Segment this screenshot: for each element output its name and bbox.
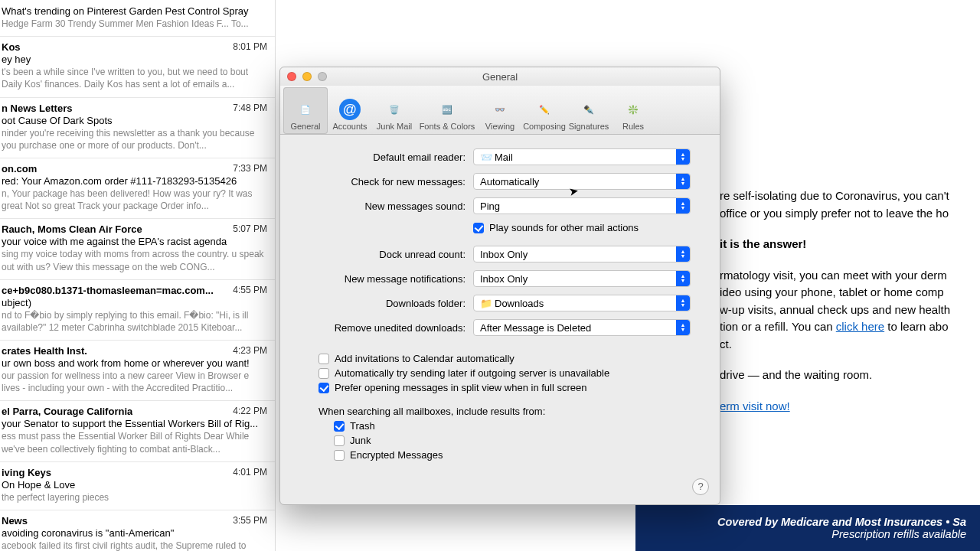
message-list[interactable]: What's trending on Pinterest Garden Pest… bbox=[0, 0, 276, 551]
tab-accounts[interactable]: @Accounts bbox=[328, 87, 372, 134]
search-section-label: When searching all mailboxes, include re… bbox=[318, 406, 691, 417]
preferences-window: General 📄General@Accounts🗑️Junk Mail🔤Fon… bbox=[279, 67, 720, 505]
zoom-icon[interactable] bbox=[318, 72, 327, 81]
tab-viewing[interactable]: 👓Viewing bbox=[478, 87, 522, 134]
minimize-icon[interactable] bbox=[302, 72, 312, 81]
junk-mail-icon: 🗑️ bbox=[383, 99, 406, 120]
tab-rules[interactable]: ❇️Rules bbox=[611, 87, 655, 134]
tab-composing[interactable]: ✏️Composing bbox=[522, 87, 567, 134]
search-trash-checkbox[interactable] bbox=[334, 421, 345, 432]
mail-item[interactable]: on.com7:33 PM red: Your Amazon.com order… bbox=[0, 158, 275, 219]
tab-signatures[interactable]: ✒️Signatures bbox=[567, 87, 611, 134]
tab-fonts-colors[interactable]: 🔤Fonts & Colors bbox=[416, 87, 478, 134]
label-dock: Dock unread count: bbox=[289, 249, 473, 260]
tab-junk-mail[interactable]: 🗑️Junk Mail bbox=[372, 87, 416, 134]
label-remove: Remove unedited downloads: bbox=[289, 322, 473, 334]
label-downloads: Downloads folder: bbox=[289, 298, 473, 309]
default-reader-select[interactable]: 📨Mail▲▼ bbox=[473, 148, 691, 165]
sound-select[interactable]: Ping▲▼ bbox=[473, 197, 691, 214]
accounts-icon: @ bbox=[338, 99, 361, 120]
folder-icon: 📁 bbox=[480, 298, 491, 308]
label-check-messages: Check for new messages: bbox=[289, 176, 473, 187]
general-icon: 📄 bbox=[294, 99, 317, 120]
label-notif: New message notifications: bbox=[289, 273, 473, 285]
mail-item[interactable]: iving Keys4:01 PM On Hope & Lovethe perf… bbox=[0, 462, 275, 510]
fonts-colors-icon: 🔤 bbox=[436, 99, 459, 120]
mail-item[interactable]: el Parra, Courage California4:22 PM your… bbox=[0, 401, 275, 461]
tab-general[interactable]: 📄General bbox=[283, 87, 328, 134]
signatures-icon: ✒️ bbox=[577, 99, 600, 120]
label-sound: New messages sound: bbox=[289, 201, 473, 212]
help-button[interactable]: ? bbox=[692, 478, 709, 495]
split-view-checkbox[interactable] bbox=[318, 383, 329, 393]
viewing-icon: 👓 bbox=[488, 99, 511, 120]
cta-link[interactable]: erm visit now! bbox=[720, 399, 790, 412]
invitations-checkbox[interactable] bbox=[318, 354, 329, 364]
search-junk-checkbox[interactable] bbox=[334, 435, 345, 446]
rules-icon: ❇️ bbox=[622, 99, 645, 120]
mail-item[interactable]: Rauch, Moms Clean Air Force5:07 PM your … bbox=[0, 219, 275, 279]
play-sounds-checkbox[interactable] bbox=[473, 223, 484, 233]
retry-send-checkbox[interactable] bbox=[318, 368, 329, 379]
notifications-select[interactable]: Inbox Only▲▼ bbox=[473, 270, 691, 287]
mail-item[interactable]: crates Health Inst.4:23 PM ur own boss a… bbox=[0, 341, 275, 401]
mail-item[interactable]: n News Letters7:48 PM oot Cause Of Dark … bbox=[0, 98, 275, 158]
search-encrypted-checkbox[interactable] bbox=[334, 450, 345, 461]
footer-bar: Covered by Medicare and Most Insurances … bbox=[635, 505, 980, 551]
dock-count-select[interactable]: Inbox Only▲▼ bbox=[473, 246, 691, 262]
mail-item[interactable]: Kos8:01 PM ey heyt's been a while since … bbox=[0, 37, 275, 97]
mail-app-icon: 📨 bbox=[480, 152, 491, 162]
check-messages-select[interactable]: Automatically▲▼ bbox=[473, 173, 691, 190]
mail-item[interactable]: News3:55 PM avoiding coronavirus is "ant… bbox=[0, 510, 275, 551]
remove-downloads-select[interactable]: After Message is Deleted▲▼ bbox=[473, 319, 691, 336]
downloads-select[interactable]: 📁Downloads▲▼ bbox=[473, 295, 691, 311]
titlebar[interactable]: General bbox=[280, 67, 720, 86]
close-icon[interactable] bbox=[287, 72, 296, 81]
click-here-link[interactable]: click here bbox=[836, 320, 884, 333]
label-default-reader: Default email reader: bbox=[289, 152, 473, 163]
mail-item[interactable]: What's trending on Pinterest Garden Pest… bbox=[0, 0, 275, 37]
composing-icon: ✏️ bbox=[533, 99, 556, 120]
window-title: General bbox=[482, 71, 518, 83]
mail-item[interactable]: ce+b9c080.b1371-thomasleeman=mac.com...4… bbox=[0, 280, 275, 341]
pref-toolbar: 📄General@Accounts🗑️Junk Mail🔤Fonts & Col… bbox=[280, 86, 720, 135]
